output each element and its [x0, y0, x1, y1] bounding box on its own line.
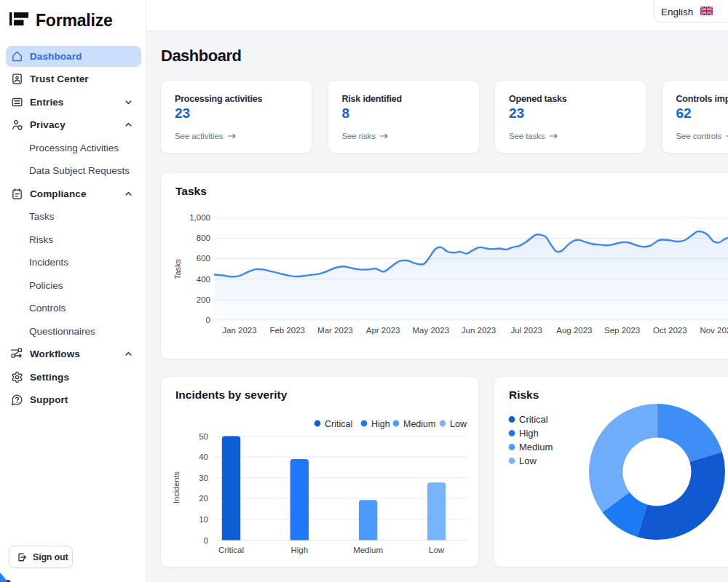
svg-text:Sep 2023: Sep 2023	[604, 326, 640, 335]
svg-text:800: 800	[197, 234, 210, 242]
svg-text:May 2023: May 2023	[413, 326, 450, 335]
svg-text:Tasks: Tasks	[173, 258, 182, 279]
svg-text:Mar 2023: Mar 2023	[317, 326, 353, 335]
svg-text:Jun 2023: Jun 2023	[462, 326, 496, 335]
svg-text:High: High	[290, 546, 308, 554]
svg-text:Critical: Critical	[325, 419, 352, 429]
svg-text:Critical: Critical	[519, 414, 548, 425]
svg-text:Low: Low	[429, 546, 445, 554]
svg-text:10: 10	[199, 515, 208, 524]
svg-text:400: 400	[197, 275, 210, 284]
svg-text:Feb 2023: Feb 2023	[269, 326, 305, 335]
svg-text:Jan 2023: Jan 2023	[222, 326, 256, 335]
svg-text:600: 600	[197, 254, 210, 263]
svg-text:Apr 2023: Apr 2023	[366, 326, 400, 335]
svg-text:High: High	[371, 419, 390, 429]
svg-text:Formalize: Formalize	[36, 12, 113, 30]
svg-text:Low: Low	[450, 419, 467, 429]
svg-text:200: 200	[197, 295, 210, 304]
svg-text:1,000: 1,000	[189, 213, 210, 222]
svg-text:Medium: Medium	[353, 546, 383, 554]
svg-text:Jul 2023: Jul 2023	[510, 326, 542, 335]
svg-text:Incidents: Incidents	[172, 471, 181, 503]
svg-text:40: 40	[199, 453, 208, 461]
svg-text:Medium: Medium	[519, 442, 553, 453]
svg-text:0: 0	[206, 316, 210, 324]
svg-text:20: 20	[199, 494, 208, 503]
svg-text:Critical: Critical	[218, 546, 244, 554]
svg-text:High: High	[519, 428, 539, 439]
svg-text:Oct 2023: Oct 2023	[653, 326, 687, 335]
svg-text:Nov 2023: Nov 2023	[700, 326, 728, 335]
svg-text:Aug 2023: Aug 2023	[556, 326, 592, 335]
svg-text:50: 50	[199, 432, 208, 441]
svg-text:Medium: Medium	[403, 419, 435, 429]
svg-text:Low: Low	[519, 455, 537, 466]
svg-text:0: 0	[204, 536, 208, 545]
svg-text:30: 30	[199, 474, 208, 482]
